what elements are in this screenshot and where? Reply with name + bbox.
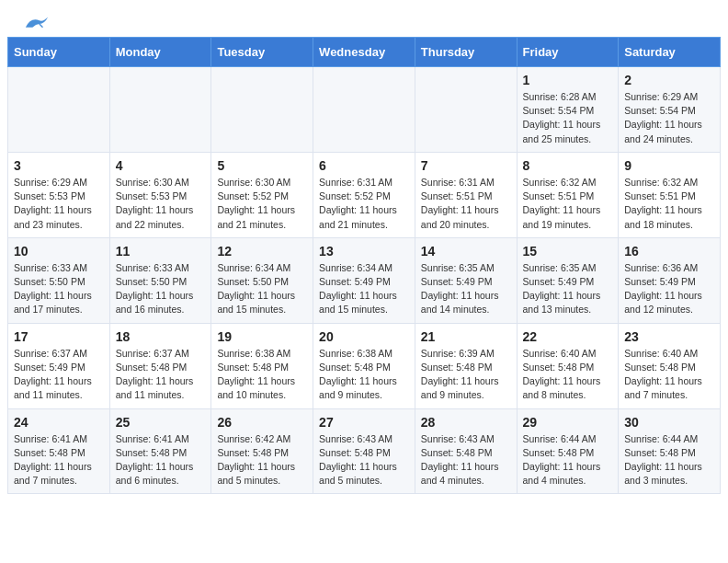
day-number: 7 bbox=[421, 158, 511, 173]
logo bbox=[22, 15, 50, 33]
calendar-week-row: 10Sunrise: 6:33 AM Sunset: 5:50 PM Dayli… bbox=[8, 237, 721, 323]
calendar-week-row: 3Sunrise: 6:29 AM Sunset: 5:53 PM Daylig… bbox=[8, 152, 721, 237]
day-info: Sunrise: 6:39 AM Sunset: 5:48 PM Dayligh… bbox=[421, 347, 511, 403]
day-number: 22 bbox=[523, 329, 613, 344]
day-info: Sunrise: 6:37 AM Sunset: 5:48 PM Dayligh… bbox=[116, 347, 206, 403]
day-info: Sunrise: 6:32 AM Sunset: 5:51 PM Dayligh… bbox=[624, 176, 714, 232]
day-number: 28 bbox=[421, 415, 511, 430]
day-info: Sunrise: 6:41 AM Sunset: 5:48 PM Dayligh… bbox=[116, 432, 206, 488]
day-number: 9 bbox=[624, 158, 714, 173]
day-number: 25 bbox=[116, 415, 206, 430]
day-number: 3 bbox=[14, 158, 104, 173]
weekday-header-friday: Friday bbox=[517, 38, 619, 67]
day-number: 6 bbox=[319, 158, 409, 173]
day-number: 15 bbox=[523, 244, 613, 259]
calendar-cell: 30Sunrise: 6:44 AM Sunset: 5:48 PM Dayli… bbox=[619, 408, 721, 494]
calendar-cell: 5Sunrise: 6:30 AM Sunset: 5:52 PM Daylig… bbox=[211, 152, 313, 237]
calendar-cell: 11Sunrise: 6:33 AM Sunset: 5:50 PM Dayli… bbox=[109, 237, 211, 323]
day-number: 23 bbox=[624, 329, 714, 344]
calendar-cell: 6Sunrise: 6:31 AM Sunset: 5:52 PM Daylig… bbox=[313, 152, 415, 237]
calendar-cell: 2Sunrise: 6:29 AM Sunset: 5:54 PM Daylig… bbox=[619, 67, 721, 153]
calendar-cell bbox=[313, 67, 415, 153]
day-number: 29 bbox=[523, 415, 613, 430]
day-number: 2 bbox=[624, 73, 714, 87]
calendar-cell: 24Sunrise: 6:41 AM Sunset: 5:48 PM Dayli… bbox=[8, 408, 110, 494]
day-number: 19 bbox=[217, 329, 307, 344]
day-info: Sunrise: 6:33 AM Sunset: 5:50 PM Dayligh… bbox=[116, 261, 206, 317]
day-info: Sunrise: 6:32 AM Sunset: 5:51 PM Dayligh… bbox=[523, 176, 613, 232]
day-info: Sunrise: 6:31 AM Sunset: 5:51 PM Dayligh… bbox=[421, 176, 511, 232]
day-info: Sunrise: 6:38 AM Sunset: 5:48 PM Dayligh… bbox=[217, 347, 307, 403]
calendar-cell bbox=[8, 67, 110, 153]
day-info: Sunrise: 6:40 AM Sunset: 5:48 PM Dayligh… bbox=[624, 347, 714, 403]
calendar-cell: 23Sunrise: 6:40 AM Sunset: 5:48 PM Dayli… bbox=[619, 323, 721, 408]
day-number: 10 bbox=[14, 244, 104, 259]
day-number: 1 bbox=[523, 73, 613, 87]
day-info: Sunrise: 6:34 AM Sunset: 5:49 PM Dayligh… bbox=[319, 261, 409, 317]
day-info: Sunrise: 6:36 AM Sunset: 5:49 PM Dayligh… bbox=[624, 261, 714, 317]
weekday-header-wednesday: Wednesday bbox=[313, 38, 415, 67]
calendar-cell: 15Sunrise: 6:35 AM Sunset: 5:49 PM Dayli… bbox=[517, 237, 619, 323]
day-number: 27 bbox=[319, 415, 409, 430]
calendar-week-row: 24Sunrise: 6:41 AM Sunset: 5:48 PM Dayli… bbox=[8, 408, 721, 494]
day-info: Sunrise: 6:38 AM Sunset: 5:48 PM Dayligh… bbox=[319, 347, 409, 403]
day-number: 8 bbox=[523, 158, 613, 173]
calendar-cell: 8Sunrise: 6:32 AM Sunset: 5:51 PM Daylig… bbox=[517, 152, 619, 237]
day-info: Sunrise: 6:41 AM Sunset: 5:48 PM Dayligh… bbox=[14, 432, 104, 488]
day-info: Sunrise: 6:43 AM Sunset: 5:48 PM Dayligh… bbox=[421, 432, 511, 488]
day-info: Sunrise: 6:33 AM Sunset: 5:50 PM Dayligh… bbox=[14, 261, 104, 317]
calendar-cell: 13Sunrise: 6:34 AM Sunset: 5:49 PM Dayli… bbox=[313, 237, 415, 323]
calendar-cell: 16Sunrise: 6:36 AM Sunset: 5:49 PM Dayli… bbox=[619, 237, 721, 323]
day-number: 30 bbox=[624, 415, 714, 430]
day-info: Sunrise: 6:44 AM Sunset: 5:48 PM Dayligh… bbox=[624, 432, 714, 488]
calendar-cell: 27Sunrise: 6:43 AM Sunset: 5:48 PM Dayli… bbox=[313, 408, 415, 494]
day-info: Sunrise: 6:30 AM Sunset: 5:52 PM Dayligh… bbox=[217, 176, 307, 232]
calendar-cell: 21Sunrise: 6:39 AM Sunset: 5:48 PM Dayli… bbox=[415, 323, 517, 408]
day-info: Sunrise: 6:42 AM Sunset: 5:48 PM Dayligh… bbox=[217, 432, 307, 488]
calendar-cell bbox=[109, 67, 211, 153]
calendar-cell: 9Sunrise: 6:32 AM Sunset: 5:51 PM Daylig… bbox=[619, 152, 721, 237]
day-info: Sunrise: 6:43 AM Sunset: 5:48 PM Dayligh… bbox=[319, 432, 409, 488]
page-header bbox=[0, 0, 728, 37]
calendar-wrapper: SundayMondayTuesdayWednesdayThursdayFrid… bbox=[0, 37, 728, 501]
calendar-cell: 10Sunrise: 6:33 AM Sunset: 5:50 PM Dayli… bbox=[8, 237, 110, 323]
calendar-cell: 4Sunrise: 6:30 AM Sunset: 5:53 PM Daylig… bbox=[109, 152, 211, 237]
calendar-cell: 22Sunrise: 6:40 AM Sunset: 5:48 PM Dayli… bbox=[517, 323, 619, 408]
weekday-header-monday: Monday bbox=[109, 38, 211, 67]
logo-bird-icon bbox=[24, 15, 50, 33]
weekday-header-thursday: Thursday bbox=[415, 38, 517, 67]
day-number: 14 bbox=[421, 244, 511, 259]
calendar-cell: 29Sunrise: 6:44 AM Sunset: 5:48 PM Dayli… bbox=[517, 408, 619, 494]
weekday-header-row: SundayMondayTuesdayWednesdayThursdayFrid… bbox=[8, 38, 721, 67]
day-info: Sunrise: 6:31 AM Sunset: 5:52 PM Dayligh… bbox=[319, 176, 409, 232]
calendar-week-row: 17Sunrise: 6:37 AM Sunset: 5:49 PM Dayli… bbox=[8, 323, 721, 408]
weekday-header-tuesday: Tuesday bbox=[211, 38, 313, 67]
calendar-cell: 26Sunrise: 6:42 AM Sunset: 5:48 PM Dayli… bbox=[211, 408, 313, 494]
calendar-cell: 28Sunrise: 6:43 AM Sunset: 5:48 PM Dayli… bbox=[415, 408, 517, 494]
calendar-week-row: 1Sunrise: 6:28 AM Sunset: 5:54 PM Daylig… bbox=[8, 67, 721, 153]
day-number: 21 bbox=[421, 329, 511, 344]
day-number: 5 bbox=[217, 158, 307, 173]
calendar-cell: 18Sunrise: 6:37 AM Sunset: 5:48 PM Dayli… bbox=[109, 323, 211, 408]
day-number: 11 bbox=[116, 244, 206, 259]
weekday-header-sunday: Sunday bbox=[8, 38, 110, 67]
weekday-header-saturday: Saturday bbox=[619, 38, 721, 67]
day-info: Sunrise: 6:37 AM Sunset: 5:49 PM Dayligh… bbox=[14, 347, 104, 403]
day-number: 4 bbox=[116, 158, 206, 173]
day-info: Sunrise: 6:28 AM Sunset: 5:54 PM Dayligh… bbox=[523, 90, 613, 146]
day-info: Sunrise: 6:44 AM Sunset: 5:48 PM Dayligh… bbox=[523, 432, 613, 488]
day-number: 13 bbox=[319, 244, 409, 259]
day-info: Sunrise: 6:35 AM Sunset: 5:49 PM Dayligh… bbox=[523, 261, 613, 317]
day-info: Sunrise: 6:30 AM Sunset: 5:53 PM Dayligh… bbox=[116, 176, 206, 232]
calendar-cell: 25Sunrise: 6:41 AM Sunset: 5:48 PM Dayli… bbox=[109, 408, 211, 494]
calendar-cell bbox=[415, 67, 517, 153]
day-info: Sunrise: 6:35 AM Sunset: 5:49 PM Dayligh… bbox=[421, 261, 511, 317]
day-number: 20 bbox=[319, 329, 409, 344]
calendar-cell: 12Sunrise: 6:34 AM Sunset: 5:50 PM Dayli… bbox=[211, 237, 313, 323]
calendar-cell: 1Sunrise: 6:28 AM Sunset: 5:54 PM Daylig… bbox=[517, 67, 619, 153]
calendar-cell: 7Sunrise: 6:31 AM Sunset: 5:51 PM Daylig… bbox=[415, 152, 517, 237]
day-number: 16 bbox=[624, 244, 714, 259]
day-number: 17 bbox=[14, 329, 104, 344]
day-info: Sunrise: 6:29 AM Sunset: 5:53 PM Dayligh… bbox=[14, 176, 104, 232]
calendar-cell: 17Sunrise: 6:37 AM Sunset: 5:49 PM Dayli… bbox=[8, 323, 110, 408]
